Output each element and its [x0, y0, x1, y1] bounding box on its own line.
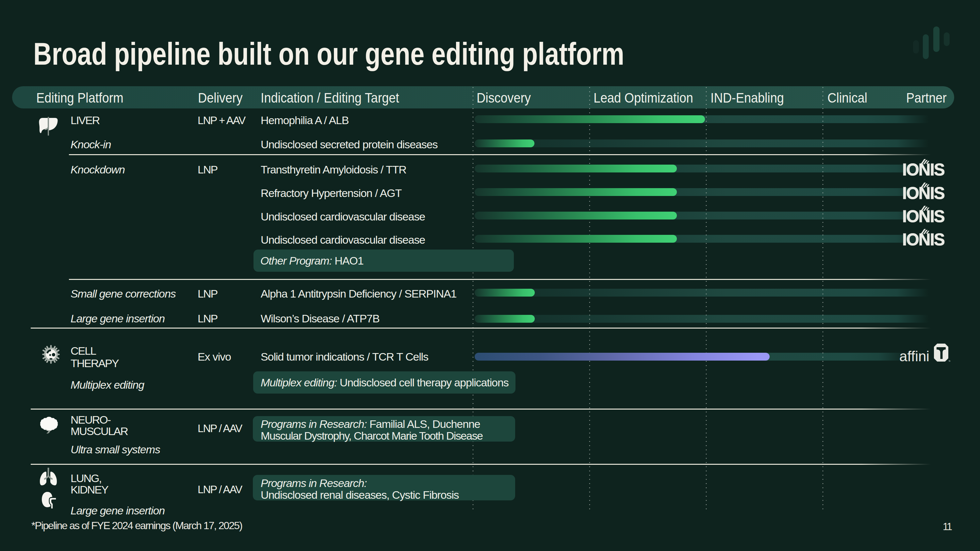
- svg-text:™: ™: [948, 360, 950, 363]
